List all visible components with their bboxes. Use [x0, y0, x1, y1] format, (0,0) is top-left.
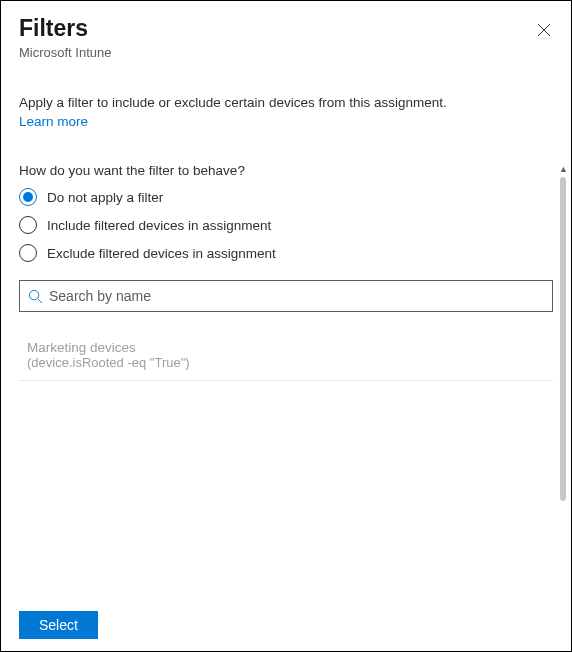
intro-block: Apply a filter to include or exclude cer… — [1, 70, 571, 131]
svg-point-2 — [29, 290, 38, 299]
behavior-question: How do you want the filter to behave? — [19, 163, 553, 178]
filter-expression: (device.isRooted -eq "True") — [27, 355, 545, 370]
search-field[interactable] — [19, 280, 553, 312]
scrollbar-thumb[interactable] — [560, 177, 566, 501]
svg-line-3 — [38, 298, 42, 302]
close-icon — [537, 23, 551, 37]
search-icon — [28, 289, 43, 304]
radio-icon — [19, 188, 37, 206]
select-button[interactable]: Select — [19, 611, 98, 639]
radio-do-not-apply[interactable]: Do not apply a filter — [19, 188, 553, 206]
scroll-up-icon: ▲ — [559, 165, 567, 174]
close-button[interactable] — [535, 21, 553, 39]
panel-subtitle: Microsoft Intune — [19, 45, 535, 60]
radio-label: Include filtered devices in assignment — [47, 218, 271, 233]
scrollbar[interactable]: ▲ — [559, 165, 567, 501]
learn-more-link[interactable]: Learn more — [19, 114, 88, 129]
panel-header: Filters Microsoft Intune — [1, 1, 571, 70]
search-input[interactable] — [49, 288, 544, 304]
filter-list-item[interactable]: Marketing devices (device.isRooted -eq "… — [19, 336, 553, 381]
radio-icon — [19, 216, 37, 234]
intro-text: Apply a filter to include or exclude cer… — [19, 94, 553, 113]
behavior-radio-group: Do not apply a filter Include filtered d… — [19, 188, 553, 262]
filter-name: Marketing devices — [27, 340, 545, 355]
panel-footer: Select — [1, 599, 571, 651]
panel-title: Filters — [19, 15, 535, 43]
radio-label: Do not apply a filter — [47, 190, 163, 205]
radio-exclude[interactable]: Exclude filtered devices in assignment — [19, 244, 553, 262]
header-text: Filters Microsoft Intune — [19, 15, 535, 60]
radio-icon — [19, 244, 37, 262]
radio-label: Exclude filtered devices in assignment — [47, 246, 276, 261]
scroll-region: How do you want the filter to behave? Do… — [1, 163, 571, 585]
radio-include[interactable]: Include filtered devices in assignment — [19, 216, 553, 234]
